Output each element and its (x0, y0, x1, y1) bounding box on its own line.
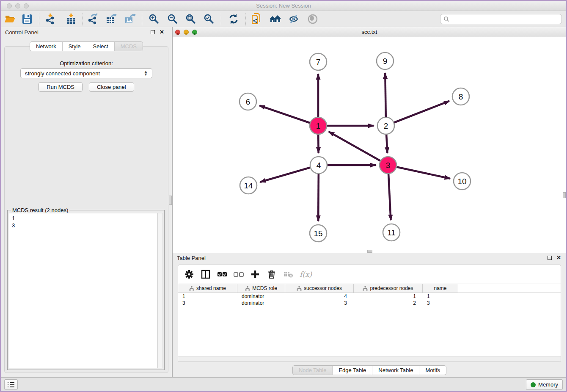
export-network-icon[interactable] (87, 13, 99, 25)
mcds-result-box: MCDS result (2 nodes) 1 3 (7, 210, 165, 370)
optimization-criterion-label: Optimization criterion: (5, 60, 168, 66)
criterion-select[interactable]: strongly connected component ▲▼ (20, 68, 152, 78)
cell-predecessor-nodes[interactable]: 2 (354, 300, 423, 306)
table-row[interactable]: 3 dominator 3 2 3 (178, 300, 561, 306)
cell-shared-name[interactable]: 1 (178, 293, 237, 300)
main-toolbar (1, 11, 566, 27)
table-horizontal-scrollbar[interactable] (178, 356, 561, 362)
tab-style[interactable]: Style (62, 42, 87, 51)
tab-node-table[interactable]: Node Table (293, 366, 333, 375)
right-splitter-handle[interactable] (563, 192, 566, 198)
home-layout-icon[interactable] (269, 13, 281, 25)
deselect-all-icon[interactable] (234, 269, 244, 279)
graph-edge-3-10[interactable] (396, 167, 450, 179)
select-all-icon[interactable] (217, 269, 227, 279)
graph-edge-2-3[interactable] (386, 134, 387, 153)
table-row[interactable]: 1 dominator 4 1 1 (178, 293, 561, 300)
graph-edge-4-15[interactable] (318, 174, 319, 221)
save-session-icon[interactable] (21, 13, 33, 25)
show-panel-icon[interactable] (307, 13, 319, 25)
column-header-mcds-role[interactable]: MCDS role (237, 284, 285, 293)
delete-table-icon[interactable] (283, 269, 293, 279)
table-panel-title: Table Panel (177, 255, 206, 261)
bottom-splitter-handle[interactable] (367, 250, 372, 253)
run-mcds-button[interactable]: Run MCDS (39, 82, 83, 92)
zoom-fit-icon[interactable] (185, 13, 197, 25)
refresh-icon[interactable] (228, 13, 239, 25)
cell-successor-nodes[interactable]: 3 (285, 300, 354, 306)
column-header-shared-name[interactable]: shared name (178, 284, 237, 293)
memory-label: Memory (538, 381, 558, 388)
tab-mcds[interactable]: MCDS (114, 42, 143, 51)
cell-successor-nodes[interactable]: 4 (285, 293, 354, 300)
cell-mcds-role[interactable]: dominator (237, 300, 285, 306)
export-table-icon[interactable] (105, 13, 117, 25)
tree-icon (189, 286, 194, 291)
table-toolbar: f(x) (178, 265, 561, 284)
close-panel-icon[interactable]: ✕ (160, 29, 164, 35)
column-header-successor-nodes[interactable]: successor nodes (285, 284, 354, 293)
show-columns-icon[interactable] (201, 269, 211, 279)
close-table-panel-icon[interactable]: ✕ (556, 254, 561, 261)
open-file-icon[interactable] (4, 13, 16, 25)
hide-panel-icon[interactable] (288, 13, 300, 25)
column-header-predecessor-nodes[interactable]: predecessor nodes (354, 284, 423, 293)
network-canvas[interactable]: 1234678910111415 (173, 37, 566, 253)
import-table-icon[interactable] (65, 13, 77, 25)
cell-shared-name[interactable]: 3 (178, 300, 237, 306)
tab-edge-table[interactable]: Edge Table (332, 366, 372, 375)
task-history-button[interactable] (4, 379, 18, 390)
mcds-pane: Optimization criterion: strongly connect… (4, 46, 168, 373)
search-input[interactable] (449, 16, 561, 22)
graph-edge-3-1[interactable] (329, 132, 380, 161)
status-bar: Memory (1, 377, 566, 391)
toolbar-separator (245, 13, 246, 25)
tree-icon (297, 286, 302, 291)
cell-predecessor-nodes[interactable]: 1 (354, 293, 423, 300)
float-table-panel-icon[interactable] (548, 256, 552, 260)
application-window: Session: New Session (0, 0, 567, 392)
graph-node-label: 14 (244, 181, 253, 190)
table-header: shared name MCDS role successor nodes (178, 284, 561, 293)
float-panel-icon[interactable] (151, 30, 155, 34)
main-area: Control Panel ✕ Network Style Select MCD… (1, 27, 566, 377)
cell-name[interactable]: 3 (423, 300, 458, 306)
add-column-icon[interactable] (250, 269, 260, 279)
tab-network-table[interactable]: Network Table (372, 366, 419, 375)
toolbar-separator (39, 13, 39, 25)
zoom-selected-icon[interactable] (203, 13, 215, 25)
export-image-icon[interactable] (124, 13, 136, 25)
result-scrollbar[interactable] (157, 213, 163, 368)
network-graph[interactable]: 1234678910111415 (173, 37, 566, 253)
tab-select[interactable]: Select (87, 42, 114, 51)
zoom-out-icon[interactable] (167, 13, 179, 25)
delete-column-icon[interactable] (267, 269, 277, 279)
splitter-handle[interactable] (169, 196, 172, 205)
memory-button[interactable]: Memory (526, 379, 563, 390)
import-network-icon[interactable] (45, 13, 57, 25)
cell-mcds-role[interactable]: dominator (237, 293, 285, 300)
tab-motifs[interactable]: Motifs (419, 366, 446, 375)
graph-edge-4-14[interactable] (260, 168, 311, 182)
graph-node-label: 10 (457, 177, 466, 186)
cell-name[interactable]: 1 (423, 293, 458, 300)
graph-edge-2-8[interactable] (394, 101, 449, 123)
mcds-result-text[interactable]: 1 3 (9, 213, 157, 368)
graph-edge-3-11[interactable] (388, 174, 391, 220)
column-header-name[interactable]: name (423, 284, 458, 293)
function-builder-icon[interactable]: f(x) (300, 270, 312, 279)
tree-icon (363, 286, 368, 291)
graph-node-label: 8 (459, 92, 463, 101)
zoom-in-icon[interactable] (148, 13, 160, 25)
tab-network[interactable]: Network (30, 42, 62, 51)
graph-node-label: 9 (383, 57, 388, 66)
table-settings-icon[interactable] (184, 269, 194, 279)
graph-edge-1-6[interactable] (259, 105, 310, 123)
table-panel: Table Panel ✕ (173, 253, 566, 377)
graph-edge-2-9[interactable] (385, 73, 385, 117)
control-panel-tabs: Network Style Select MCDS (1, 41, 172, 51)
close-panel-button[interactable]: Close panel (89, 82, 134, 92)
network-from-selection-icon[interactable] (250, 13, 262, 25)
control-panel: Control Panel ✕ Network Style Select MCD… (1, 27, 172, 377)
search-field[interactable] (440, 14, 562, 24)
